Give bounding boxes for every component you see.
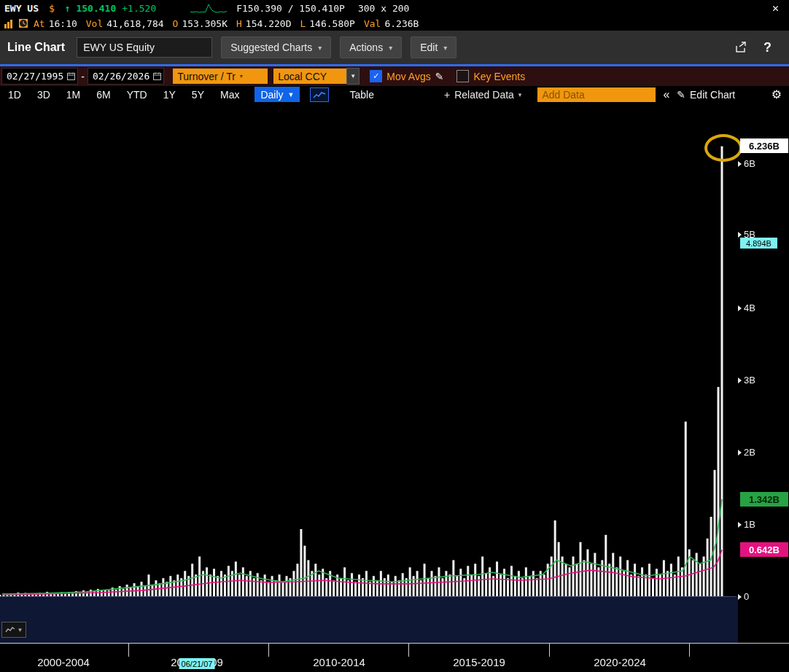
y-axis-tick: 6B: [738, 158, 755, 169]
tick-icon: [738, 378, 742, 383]
up-arrow-icon: ↑: [65, 3, 71, 14]
x-axis-label: 2010-2014: [313, 656, 365, 668]
range-tab-max[interactable]: Max: [212, 89, 247, 101]
gear-icon[interactable]: ⚙: [771, 87, 782, 101]
high-readout: H154.220D: [236, 18, 291, 29]
chart-controls-row: 02/27/1995 - 02/26/2026 Turnover / Tr ▾ …: [0, 66, 789, 86]
date-to-field[interactable]: 02/26/2026: [88, 68, 164, 85]
add-data-input[interactable]: [537, 87, 656, 102]
bid-ask-quote: F150.390 / 150.410P: [236, 3, 345, 14]
chevron-down-icon: ▾: [443, 44, 447, 52]
range-tab-5y[interactable]: 5Y: [184, 89, 212, 101]
table-view-button[interactable]: Table: [349, 89, 373, 101]
study-select[interactable]: Turnover / Tr ▾: [173, 69, 268, 84]
x-axis-label: 2015-2019: [453, 656, 505, 668]
lot-size: 300 x 200: [358, 3, 409, 14]
intraday-sparkline: [190, 3, 228, 14]
last-value-axis-box: 6.236B: [740, 138, 788, 153]
tick-icon: [738, 594, 742, 600]
close-icon[interactable]: ✕: [762, 1, 789, 15]
chevron-down-icon: ▾: [389, 44, 392, 52]
bloomberg-chart-window: EWY US $ ↑ 150.410 +1.520 F150.390 / 150…: [0, 0, 789, 672]
y-axis-tick: 1B: [738, 519, 755, 530]
ma-long-value-box: 0.642B: [740, 542, 788, 557]
quote-bar: At16:10 Vol41,618,784 O153.305K H154.220…: [0, 16, 789, 31]
chevron-down-icon: ▾: [518, 91, 522, 98]
ma-short-value-box: 1.342B: [740, 492, 788, 507]
plus-icon: +: [444, 89, 450, 101]
volume-readout: Vol41,618,784: [86, 18, 164, 29]
range-tab-1d[interactable]: 1D: [0, 89, 29, 101]
value-readout: Val6.236B: [364, 18, 419, 29]
x-axis-tick: [408, 644, 409, 657]
panel-chart-type-button[interactable]: ▼: [1, 622, 26, 638]
currency-dropdown-arrow-icon[interactable]: ▼: [346, 68, 359, 85]
volume-bars-icon: [4, 19, 13, 28]
y-axis-tracker-label: 4.894B: [740, 238, 777, 249]
chart-toolbar: Line Chart Suggested Charts ▾ Actions ▾ …: [0, 31, 789, 64]
x-axis-tick: [268, 644, 269, 657]
date-range-separator: -: [81, 71, 85, 82]
key-events-label: Key Events: [473, 71, 525, 82]
peak-highlight-ellipse-annotation[interactable]: [704, 134, 742, 162]
key-events-checkbox[interactable]: [456, 70, 469, 82]
pencil-icon: ✎: [677, 89, 685, 101]
price-change: +1.520: [122, 3, 156, 14]
clock-icon: [18, 18, 28, 28]
currency-symbol: $: [49, 3, 55, 14]
security-ticker: EWY US: [4, 3, 39, 14]
title-bar: EWY US $ ↑ 150.410 +1.520 F150.390 / 150…: [0, 0, 789, 16]
range-tab-1y[interactable]: 1Y: [155, 89, 184, 101]
range-tab-3d[interactable]: 3D: [29, 89, 58, 101]
suggested-charts-button[interactable]: Suggested Charts ▾: [221, 36, 331, 58]
currency-select[interactable]: Local CCY: [273, 69, 346, 84]
y-axis-tick: 4B: [738, 302, 755, 313]
frequency-select[interactable]: Daily ▼: [254, 87, 300, 102]
edit-chart-button[interactable]: ✎ Edit Chart: [677, 89, 735, 101]
chevron-down-icon: ▾: [318, 44, 322, 52]
turnover-chart-canvas[interactable]: [0, 103, 738, 643]
spinner-icon: ▾: [240, 74, 243, 79]
date-from-field[interactable]: 02/27/1995: [1, 68, 78, 85]
chart-type-icon[interactable]: [310, 87, 329, 102]
range-tab-ytd[interactable]: YTD: [119, 89, 155, 101]
x-axis-tick: [128, 644, 129, 657]
x-axis-label: 2020-2024: [594, 656, 646, 668]
tick-icon: [738, 450, 742, 456]
help-icon[interactable]: ?: [756, 40, 782, 55]
x-axis-strip: 2000-2004 2005-2009 2010-2014 2015-2019 …: [0, 643, 789, 672]
tick-icon: [738, 161, 742, 167]
edit-button[interactable]: Edit ▾: [411, 36, 456, 58]
tick-icon: [738, 522, 742, 528]
period-bar: 1D 3D 1M 6M YTD 1Y 5Y Max Daily ▼ Table …: [0, 86, 789, 103]
check-icon: ✓: [373, 71, 379, 81]
chevron-down-icon: ▼: [288, 91, 295, 98]
export-icon[interactable]: [734, 41, 747, 54]
tick-icon: [738, 305, 742, 311]
related-data-button[interactable]: + Related Data ▾: [444, 89, 521, 101]
range-tab-1m[interactable]: 1M: [58, 89, 88, 101]
mov-avgs-edit-pencil-icon[interactable]: ✎: [435, 71, 444, 82]
y-axis-tick: 2B: [738, 447, 755, 458]
actions-button[interactable]: Actions ▾: [340, 36, 402, 58]
calendar-icon: [67, 72, 75, 80]
y-axis-tick: 3B: [738, 375, 755, 386]
tick-icon: [738, 232, 742, 238]
x-axis-label: 2000-2004: [37, 656, 90, 668]
chevron-down-icon: ▼: [18, 627, 23, 633]
low-readout: L146.580P: [300, 18, 354, 29]
y-axis-tick: 0: [738, 591, 749, 602]
x-axis-tracker-label: 06/21/07: [179, 658, 215, 669]
open-readout: O153.305K: [173, 18, 228, 29]
last-trade-time: At16:10: [34, 18, 77, 29]
x-axis-tick: [689, 644, 690, 657]
range-tab-6m[interactable]: 6M: [88, 89, 118, 101]
page-title: Line Chart: [7, 41, 65, 54]
collapse-panel-icon[interactable]: «: [663, 88, 669, 101]
calendar-icon: [153, 72, 161, 80]
chart-area: 6.236B 6B 5B 4.894B 4B 3B 2B 1.342B 1B 0…: [0, 103, 789, 643]
x-axis-tick: [549, 644, 550, 657]
security-input[interactable]: [77, 37, 212, 58]
last-price: ↑ 150.410: [65, 3, 116, 14]
mov-avgs-checkbox[interactable]: ✓: [370, 70, 382, 82]
